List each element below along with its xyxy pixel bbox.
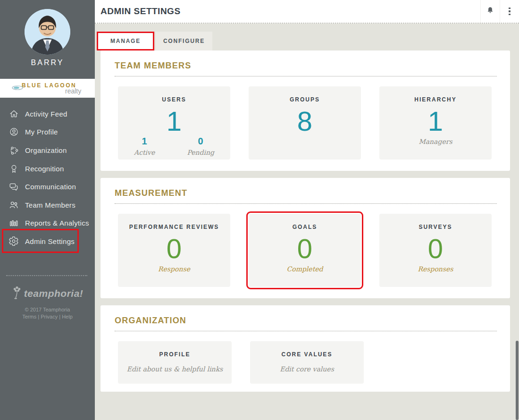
substat-value: 0 [187,136,214,147]
company-logo: BLUE LAGOON realty [0,79,95,98]
substat-label: Pending [187,149,214,156]
sidebar-item-communication[interactable]: Communication [0,177,95,196]
card-description: Edit core values [280,365,334,373]
user-name: BARRY [0,59,95,67]
card-title: SURVEYS [419,224,452,230]
card-title: PROFILE [159,351,190,358]
sidebar-item-label: Team Members [25,201,75,209]
chat-bubbles-icon [8,181,19,193]
home-icon [8,108,19,119]
sidebar-item-admin-settings[interactable]: Admin Settings [0,232,95,251]
sidebar-item-team-members[interactable]: Team Members [0,196,95,214]
card-title: HIERARCHY [414,96,456,103]
substat-active: 1 Active [134,136,155,156]
bell-icon [486,6,494,17]
award-ribbon-icon [8,163,19,174]
card-sublabel: Completed [286,265,323,273]
privacy-link[interactable]: Privacy [41,314,58,319]
substats: 1 Active 0 Pending [118,136,230,156]
top-bar: ADMIN SETTINGS [95,0,519,24]
notifications-button[interactable] [480,0,500,23]
sidebar-item-label: Organization [25,146,67,154]
teamphoria-logo: teamphoria! [0,284,95,303]
sidebar-item-reports-analytics[interactable]: Reports & Analytics [0,214,95,233]
company-logo-icon [11,84,24,93]
card-value: 0 [428,235,443,263]
page-title: ADMIN SETTINGS [100,0,181,23]
overflow-menu-button[interactable] [500,0,519,23]
card-row: PROFILE Edit about us & helpful links CO… [118,341,510,384]
card-value: 0 [167,235,182,263]
card-hierarchy[interactable]: HIERARCHY 1 Managers [379,86,492,160]
sidebar-item-organization[interactable]: Organization [0,141,95,160]
sidebar-item-label: Reports & Analytics [25,219,89,227]
gear-icon [8,235,19,247]
sidebar-item-label: My Profile [25,128,58,136]
section-organization: ORGANIZATION PROFILE Edit about us & hel… [100,305,510,392]
user-circle-icon [8,126,19,138]
avatar-photo [25,9,70,55]
card-title: USERS [162,96,186,103]
avatar [25,9,70,55]
teamphoria-flower-icon [12,286,22,302]
card-goals[interactable]: GOALS 0 Completed [249,214,361,287]
card-sublabel: Responses [418,265,453,273]
card-value: 8 [297,107,312,136]
card-title: CORE VALUES [282,351,333,358]
tab-configure[interactable]: CONFIGURE [156,32,212,50]
sidebar-item-label: Admin Settings [25,237,75,245]
sidebar-item-label: Recognition [25,165,64,173]
card-users[interactable]: USERS 1 1 Active 0 Pending [118,86,230,160]
bar-chart-icon [8,218,19,229]
substat-value: 1 [134,136,155,147]
substat-pending: 0 Pending [187,136,214,156]
card-row: PERFORMANCE REVIEWS 0 Response GOALS 0 C… [118,214,510,287]
sidebar-nav: Activity Feed My Profile Organization Re… [0,105,95,251]
tab-bar: MANAGE CONFIGURE [97,32,212,50]
section-title: ORGANIZATION [115,316,497,331]
link-separator: | [59,314,60,319]
help-link[interactable]: Help [62,314,73,319]
company-name-sub: realty [65,87,81,95]
card-title: GROUPS [290,96,320,103]
card-performance-reviews[interactable]: PERFORMANCE REVIEWS 0 Response [118,214,230,287]
card-sublabel: Managers [419,138,452,145]
terms-link[interactable]: Terms [22,314,36,319]
card-surveys[interactable]: SURVEYS 0 Responses [379,214,492,287]
topbar-actions [480,0,519,23]
sidebar-item-my-profile[interactable]: My Profile [0,123,95,142]
card-sublabel: Response [158,265,190,273]
card-value: 1 [167,107,182,136]
substat-label: Active [134,149,155,156]
sidebar-item-label: Communication [25,183,76,191]
card-title: PERFORMANCE REVIEWS [129,224,219,230]
link-separator: | [38,314,39,319]
section-measurement: MEASUREMENT PERFORMANCE REVIEWS 0 Respon… [100,178,510,298]
people-icon [8,199,19,210]
tab-manage[interactable]: MANAGE [97,32,154,50]
card-title: GOALS [293,224,318,230]
section-title: MEASUREMENT [115,188,497,204]
kebab-menu-icon [509,8,511,16]
main-content: ADMIN SETTINGS MANAGE CONFIGURE [95,0,519,420]
footer-links: Terms | Privacy | Help [0,314,95,319]
card-core-values[interactable]: CORE VALUES Edit core values [250,341,364,384]
sidebar-item-recognition[interactable]: Recognition [0,160,95,178]
vertical-scrollbar-thumb[interactable] [516,341,519,420]
sidebar-divider [6,275,87,276]
teamphoria-wordmark: teamphoria! [24,288,84,299]
sidebar-item-activity-feed[interactable]: Activity Feed [0,105,95,123]
card-row: USERS 1 1 Active 0 Pending GROUP [118,86,510,160]
card-profile[interactable]: PROFILE Edit about us & helpful links [118,341,232,384]
section-team-members: TEAM MEMBERS USERS 1 1 Active 0 Pending [100,50,510,171]
network-icon [8,144,19,156]
card-value: 1 [428,107,443,136]
card-description: Edit about us & helpful links [127,365,223,373]
sidebar: BARRY BLUE LAGOON realty Activity Feed [0,0,95,420]
copyright-text: © 2017 Teamphoria [0,307,95,312]
card-groups[interactable]: GROUPS 8 [249,86,361,160]
card-value: 0 [297,235,312,263]
sidebar-item-label: Activity Feed [25,110,67,118]
section-title: TEAM MEMBERS [115,61,497,76]
app-window: BARRY BLUE LAGOON realty Activity Feed [0,0,519,420]
